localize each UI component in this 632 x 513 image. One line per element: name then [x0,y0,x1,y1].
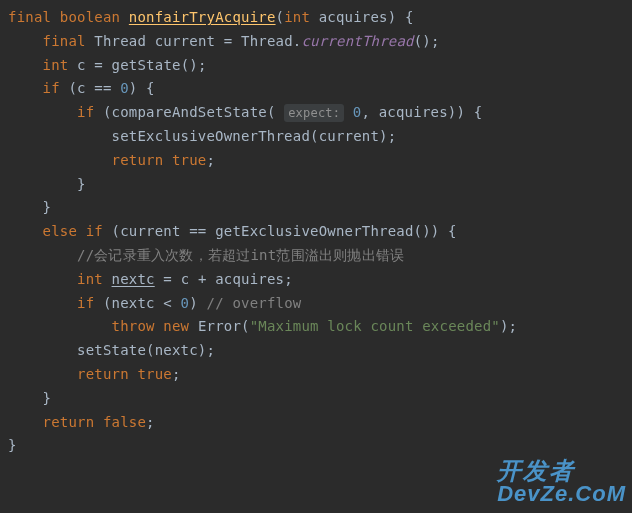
code-line: //会记录重入次数，若超过int范围溢出则抛出错误 [8,247,404,263]
string: "Maximum lock count exceeded" [250,318,500,334]
paren: ( [103,104,112,120]
tail: ; [206,152,215,168]
code-line: else if (current == getExclusiveOwnerThr… [8,223,457,239]
code-line: int c = getState(); [8,57,207,73]
code-line: } [8,437,17,453]
code-line: final Thread current = Thread.currentThr… [8,33,440,49]
method-name: nonfairTryAcquire [129,9,276,25]
tail: ) { [129,80,155,96]
call: getExclusiveOwnerThread [215,223,413,239]
kw-true: true [172,152,207,168]
var: nextc [112,271,155,287]
kw-false: false [103,414,146,430]
tail: (nextc); [146,342,215,358]
kw-if: if [77,295,94,311]
var: c [77,57,86,73]
tail: (); [181,57,207,73]
type: Thread [94,33,146,49]
param-type: int [284,9,310,25]
call: getState [112,57,181,73]
kw-return: return [43,414,95,430]
num: 0 [181,295,190,311]
code-line: final boolean nonfairTryAcquire(int acqu… [8,9,414,25]
code-line: setExclusiveOwnerThread(current); [8,128,396,144]
arg: acquires [379,104,448,120]
kw-boolean: boolean [60,9,120,25]
kw-if: if [86,223,103,239]
code-line: return false; [8,414,155,430]
code-line: throw new Error("Maximum lock count exce… [8,318,517,334]
brace: } [8,437,17,453]
expr: (c == [68,80,111,96]
code-line: } [8,176,86,192]
kw-int: int [77,271,103,287]
call: setState [77,342,146,358]
comma: , [361,104,370,120]
code-line: } [8,390,51,406]
kw-final: final [8,9,51,25]
param-name: acquires [319,9,388,25]
watermark: 开发者 DevZe.CoM [497,459,626,505]
code-line: setState(nextc); [8,342,215,358]
brace: } [43,199,52,215]
code-line: } [8,199,51,215]
kw-if: if [77,104,94,120]
type: Error [198,318,241,334]
comment: //会记录重入次数，若超过int范围溢出则抛出错误 [77,247,404,263]
static-call: currentThread [301,33,413,49]
tail: )) { [448,104,483,120]
expr: c + acquires; [181,271,293,287]
code-line: if (nextc < 0) // overflow [8,295,301,311]
call: compareAndSetState [112,104,267,120]
watermark-line1: 开发者 [497,459,626,483]
comment: // overflow [207,295,302,311]
code-line: return true; [8,366,181,382]
tail: ; [172,366,181,382]
call: setExclusiveOwnerThread [112,128,310,144]
tail: ; [146,414,155,430]
code-line: if (c == 0) { [8,80,155,96]
brace: } [43,390,52,406]
code-line: return true; [8,152,215,168]
kw-final: final [43,33,86,49]
kw-if: if [43,80,60,96]
watermark-line2: DevZe.CoM [497,483,626,505]
kw-true: true [137,366,172,382]
kw-throw: throw [112,318,155,334]
paren: ( [267,104,276,120]
tail: ); [500,318,517,334]
kw-int: int [43,57,69,73]
paren: ) [189,295,198,311]
expr: (nextc < [103,295,172,311]
code-block: final boolean nonfairTryAcquire(int acqu… [0,0,632,458]
tail: (current); [310,128,396,144]
code-line: int nextc = c + acquires; [8,271,293,287]
tail: ()) { [414,223,457,239]
type: Thread [241,33,293,49]
op: = [224,33,233,49]
param-hint: expect: [284,104,344,122]
kw-return: return [77,366,129,382]
kw-return: return [112,152,164,168]
num: 0 [120,80,129,96]
op: = [94,57,103,73]
code-line: if (compareAndSetState( expect: 0, acqui… [8,104,482,120]
expr: (current == [112,223,207,239]
kw-new: new [163,318,189,334]
op: = [163,271,172,287]
kw-else: else [43,223,78,239]
tail: (); [414,33,440,49]
brace: } [77,176,86,192]
var: current [155,33,215,49]
